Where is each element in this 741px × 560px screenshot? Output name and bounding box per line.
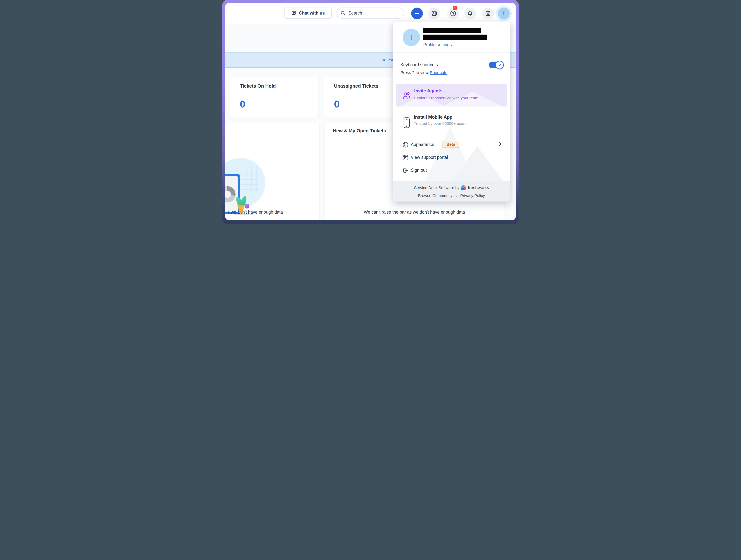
widget-title: Unassigned Tickets xyxy=(334,83,378,89)
chevron-right-icon[interactable] xyxy=(498,142,502,147)
sign-out-icon xyxy=(402,167,409,174)
app-screenshot: sales@ Tickets On Hold 0 Unassigned Tick… xyxy=(222,0,519,224)
support-portal-icon xyxy=(402,154,409,161)
avatar-initial: T xyxy=(409,33,413,42)
redacted-user-email xyxy=(423,34,487,39)
appearance-item[interactable]: Appearance xyxy=(411,142,434,147)
keyboard-shortcuts-hint: Press ? to view Shortcuts xyxy=(400,70,447,75)
search-input[interactable] xyxy=(348,10,395,16)
sign-out-item[interactable]: Sign out xyxy=(411,168,427,173)
avatar-initial: T xyxy=(502,11,506,16)
illustration-grid xyxy=(237,165,259,193)
agents-icon xyxy=(431,10,437,16)
widget-title: New & My Open Tickets xyxy=(333,128,386,134)
chat-button-label: Chat with us xyxy=(299,11,325,16)
widget-value: 0 xyxy=(240,98,245,110)
install-mobile-app-subtitle: Trusted by over 50000+ users xyxy=(414,121,467,126)
top-bar: Chat with us xyxy=(225,3,516,24)
widget-tickets-on-hold: Tickets On Hold 0 xyxy=(230,77,319,118)
invite-agents-subtitle: Explore Freshservice with your team xyxy=(414,96,478,100)
view-support-portal-item[interactable]: View support portal xyxy=(411,155,448,160)
freshworks-brand: freshworks xyxy=(468,185,489,190)
app-window: sales@ Tickets On Hold 0 Unassigned Tick… xyxy=(225,3,516,220)
privacy-policy-link[interactable]: Privacy Policy xyxy=(460,193,485,198)
chat-icon xyxy=(291,10,296,16)
purple-ball-icon xyxy=(245,204,249,209)
invite-agents-item[interactable]: Invite Agents Explore Freshservice with … xyxy=(396,84,507,106)
chat-with-us-button[interactable]: Chat with us xyxy=(284,8,332,18)
install-mobile-app-item[interactable]: Install Mobile App xyxy=(414,114,452,120)
mobile-app-icon xyxy=(403,117,410,129)
search-icon xyxy=(340,11,345,15)
powered-by-text: Service Desk Software by xyxy=(414,185,459,190)
help-notification-badge: 1 xyxy=(452,5,458,11)
freshworks-logo-icon xyxy=(461,185,466,190)
shortcuts-link[interactable]: Shortcuts xyxy=(430,70,447,75)
bell-icon xyxy=(467,10,473,16)
donut-chart-icon xyxy=(225,186,235,203)
menu-avatar: T xyxy=(403,29,420,46)
plant-pot-icon xyxy=(238,205,245,207)
appearance-icon xyxy=(402,141,409,148)
menu-footer: Service Desk Software by freshworks Brow… xyxy=(393,181,510,202)
widget-value: 0 xyxy=(334,98,339,110)
profile-settings-link[interactable]: Profile settings xyxy=(423,42,452,48)
profile-dropdown-menu: T Profile settings Keyboard shortcuts Pr… xyxy=(393,21,510,202)
profile-avatar-button[interactable]: T xyxy=(498,8,510,19)
help-icon xyxy=(450,10,456,17)
marketplace-icon xyxy=(485,10,491,16)
marketplace-button[interactable] xyxy=(482,8,494,19)
separator-dot xyxy=(456,195,457,196)
quick-create-button[interactable] xyxy=(411,8,423,19)
invite-agents-title: Invite Agents xyxy=(414,88,443,93)
keyboard-shortcuts-label: Keyboard shortcuts xyxy=(400,62,438,67)
redacted-user-name xyxy=(423,28,481,33)
widget-title: Tickets On Hold xyxy=(240,83,276,89)
hint-text: Press ? to view xyxy=(400,70,430,75)
search-box[interactable] xyxy=(336,8,404,18)
agents-directory-button[interactable] xyxy=(428,8,440,19)
beta-badge: Beta xyxy=(443,141,459,148)
empty-state-text: We can't raise the bar as we don't have … xyxy=(325,210,504,215)
plus-icon xyxy=(414,10,420,16)
invite-agents-icon xyxy=(402,90,412,100)
browse-community-link[interactable]: Browse Community xyxy=(418,193,453,198)
empty-state-text: s we don't have enough data xyxy=(227,210,283,215)
keyboard-shortcuts-toggle[interactable] xyxy=(489,62,502,68)
toggle-knob xyxy=(495,61,504,69)
notifications-button[interactable] xyxy=(464,8,476,19)
monitor-illustration-icon xyxy=(225,174,240,214)
